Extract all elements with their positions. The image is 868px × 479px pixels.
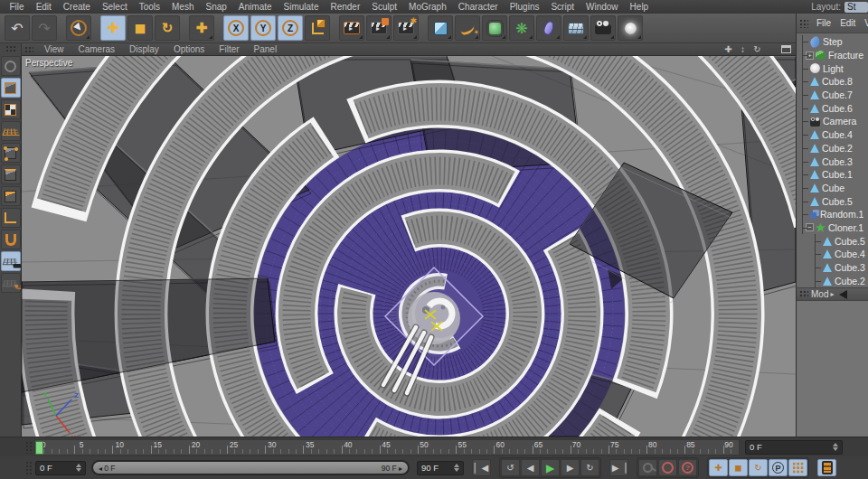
record-scale-button[interactable]: ◼: [729, 459, 748, 476]
frame-range-slider[interactable]: 0 F 90 F: [91, 460, 410, 475]
menu-item[interactable]: Select: [96, 2, 133, 12]
object-tree-item[interactable]: Light: [797, 61, 868, 75]
timeline-ruler[interactable]: 0 5 10 15 20 25 30 35 40 45 50 55: [34, 439, 740, 456]
menu-item[interactable]: Edit: [30, 2, 57, 12]
range-bar[interactable]: 0 F 90 F: [93, 462, 408, 474]
menu-item[interactable]: Mesh: [166, 2, 200, 12]
texture-mode-button[interactable]: [1, 99, 21, 119]
keyframe-help-button[interactable]: ?: [678, 459, 697, 476]
end-frame-field[interactable]: 90 F: [417, 461, 464, 475]
object-tree-item[interactable]: − Cloner.1: [797, 221, 868, 235]
edges-mode-button[interactable]: [1, 164, 21, 184]
menu-item[interactable]: File: [4, 2, 30, 12]
object-tree-item[interactable]: Cube: [797, 182, 868, 195]
object-tree-item[interactable]: Cube.3: [797, 261, 868, 275]
rotate-tool-button[interactable]: ↻: [155, 15, 180, 41]
redo-button[interactable]: ↷: [32, 15, 57, 41]
viewport-menu-item[interactable]: Cameras: [71, 44, 123, 54]
perspective-viewport[interactable]: Perspective XYZ: [22, 56, 796, 437]
viewport-menu-item[interactable]: Display: [122, 44, 166, 54]
viewport-menu-item[interactable]: Panel: [247, 44, 285, 54]
bend-deformer-button[interactable]: [536, 15, 561, 41]
lock-y-axis-button[interactable]: Y: [250, 15, 276, 41]
object-tree-item[interactable]: Cube.4: [797, 128, 868, 142]
live-selection-button[interactable]: [66, 15, 91, 41]
go-to-end-button[interactable]: ▶▕: [609, 459, 628, 476]
play-forwards-button[interactable]: ↻: [580, 459, 599, 476]
object-tree-item[interactable]: Cube.6: [797, 101, 868, 115]
object-tree-item[interactable]: Cube.5: [797, 194, 868, 208]
scale-tool-button[interactable]: ◼: [127, 15, 153, 41]
object-tree-item[interactable]: Cube.2: [797, 142, 868, 155]
record-parameter-button[interactable]: P: [769, 459, 788, 476]
layout-select[interactable]: St: [844, 2, 868, 13]
history-back-icon[interactable]: [839, 290, 847, 299]
model-mode-button[interactable]: [1, 78, 21, 98]
object-tree-item[interactable]: Camera: [797, 115, 868, 128]
object-tree-item[interactable]: Random.1: [797, 208, 868, 221]
enable-axis-button[interactable]: [1, 208, 21, 228]
menu-item[interactable]: Animate: [232, 2, 278, 12]
menu-item[interactable]: Character: [452, 2, 504, 12]
menu-item[interactable]: Create: [57, 2, 96, 12]
object-tree-item[interactable]: + Fracture: [797, 49, 868, 62]
next-frame-button[interactable]: ▶: [561, 459, 580, 476]
panel-grip[interactable]: [799, 290, 808, 298]
previous-frame-button[interactable]: ◀: [521, 459, 540, 476]
floor-button[interactable]: [563, 15, 589, 41]
object-tree-item[interactable]: Step: [797, 35, 868, 49]
undo-button[interactable]: ↶: [5, 15, 30, 41]
menu-item[interactable]: Render: [325, 2, 366, 12]
points-mode-button[interactable]: [1, 143, 21, 163]
workplane-mode-button[interactable]: [1, 121, 21, 141]
current-frame-field[interactable]: 0 F: [745, 440, 843, 455]
viewport-menu-item[interactable]: Options: [166, 44, 212, 54]
menu-item[interactable]: Tools: [133, 2, 165, 12]
viewport-label[interactable]: Perspective: [25, 58, 72, 68]
workplane-button[interactable]: [1, 273, 21, 293]
timeline-grip[interactable]: [25, 441, 33, 454]
zoom-view-icon[interactable]: ↕: [737, 44, 749, 55]
make-editable-button[interactable]: [1, 56, 21, 76]
keyframe-selection-button[interactable]: [817, 459, 836, 476]
coordinate-system-button[interactable]: [305, 15, 330, 41]
lock-x-axis-button[interactable]: X: [223, 15, 249, 41]
lock-workplane-button[interactable]: [1, 251, 21, 271]
light-button[interactable]: [618, 15, 643, 41]
object-tree-item[interactable]: Cube.3: [797, 155, 868, 168]
add-cube-button[interactable]: [428, 15, 453, 41]
record-rotation-button[interactable]: ↻: [749, 459, 768, 476]
mograph-cloner-button[interactable]: ❋: [509, 15, 534, 41]
menu-item[interactable]: Window: [580, 2, 625, 12]
play-backwards-button[interactable]: ↺: [501, 459, 520, 476]
object-manager-menu-item[interactable]: File: [812, 18, 835, 28]
add-spline-button[interactable]: [455, 15, 480, 41]
menu-item[interactable]: Plugins: [504, 2, 545, 12]
panel-grip[interactable]: [799, 19, 808, 28]
polygons-mode-button[interactable]: [1, 186, 21, 206]
stepper-icon[interactable]: [450, 464, 459, 472]
object-tree-item[interactable]: Cube.2: [797, 274, 868, 287]
render-picture-viewer-button[interactable]: [366, 15, 392, 41]
stepper-icon[interactable]: [72, 464, 81, 472]
autokeying-button[interactable]: [658, 459, 677, 476]
menu-item[interactable]: Script: [545, 2, 580, 12]
menu-item[interactable]: Help: [624, 2, 655, 12]
record-point-level-button[interactable]: [788, 459, 807, 476]
object-tree-item[interactable]: Cube.7: [797, 89, 868, 102]
record-position-button[interactable]: ✚: [709, 459, 728, 476]
object-tree-item[interactable]: Cube.1: [797, 168, 868, 182]
menu-item[interactable]: Simulate: [278, 2, 325, 12]
viewport-menu-grip[interactable]: [24, 46, 33, 53]
last-used-tool-button[interactable]: ✚: [189, 15, 214, 41]
object-manager-menu-item[interactable]: Edit: [835, 18, 860, 28]
stepper-icon[interactable]: [829, 443, 838, 451]
go-to-start-button[interactable]: ▏◀: [472, 459, 491, 476]
menu-item[interactable]: MoGraph: [403, 2, 453, 12]
toolbar-grip[interactable]: [5, 45, 16, 52]
rotate-view-icon[interactable]: ↻: [751, 44, 763, 55]
object-tree-item[interactable]: Cube.5: [797, 234, 868, 248]
pan-view-icon[interactable]: ✚: [722, 44, 734, 55]
camera-button[interactable]: [590, 15, 616, 41]
object-manager-menu-item[interactable]: View: [860, 18, 868, 28]
